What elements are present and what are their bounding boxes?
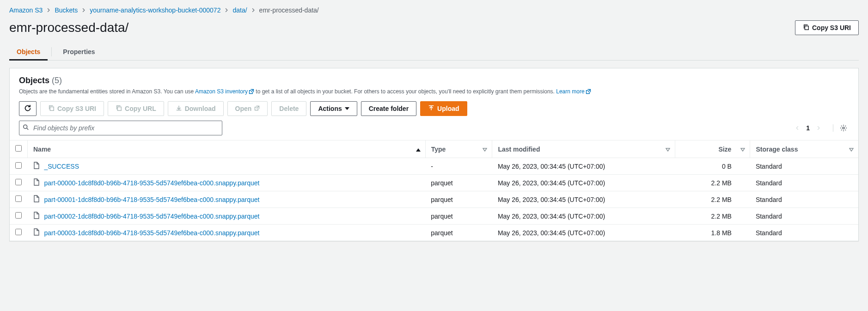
row-checkbox[interactable] [15,162,22,169]
panel-title: Objects (5) [19,76,849,85]
copy-url-button[interactable]: Copy URL [108,101,164,116]
learn-more-link[interactable]: Learn more [556,88,591,95]
caret-down-icon [345,105,349,112]
cell-modified: May 26, 2023, 00:34:45 (UTC+07:00) [492,208,675,225]
refresh-button[interactable] [19,101,37,116]
svg-point-3 [24,125,27,128]
file-icon [33,178,40,187]
cell-modified: May 26, 2023, 00:34:45 (UTC+07:00) [492,158,675,175]
copy-s3-uri-button[interactable]: Copy S3 URI [795,20,859,35]
row-checkbox[interactable] [15,229,22,235]
tab-objects[interactable]: Objects [17,43,40,60]
column-storage-class[interactable]: Storage class [756,146,798,153]
page-next-button[interactable] [816,125,821,131]
object-link[interactable]: part-00001-1dc8f8d0-b96b-4718-9535-5d574… [44,196,260,203]
open-button[interactable]: Open [227,101,268,116]
refresh-icon [24,104,31,113]
page-prev-button[interactable] [795,125,800,131]
panel-desc-text: to get a list of all objects in your buc… [254,88,556,95]
download-icon [176,105,182,112]
upload-button[interactable]: Upload [420,101,467,116]
cell-size: 2.2 MB [675,175,750,191]
breadcrumb: Amazon S3 Buckets yourname-analytics-wor… [9,0,859,18]
cell-storage: Standard [750,225,858,241]
row-checkbox[interactable] [15,195,22,202]
copy-s3-uri-label: Copy S3 URI [812,24,851,31]
file-icon [33,195,40,204]
cell-modified: May 26, 2023, 00:34:45 (UTC+07:00) [492,191,675,208]
download-label: Download [185,105,216,112]
table-row: part-00000-1dc8f8d0-b96b-4718-9535-5d574… [10,175,858,191]
table-row: part-00003-1dc8f8d0-b96b-4718-9535-5d574… [10,225,858,241]
inventory-link[interactable]: Amazon S3 inventory [195,88,254,95]
row-checkbox[interactable] [15,179,22,185]
copy-icon [803,24,809,31]
upload-label: Upload [437,105,459,112]
sort-icon [740,146,745,153]
objects-panel: Objects (5) Objects are the fundamental … [9,68,859,241]
breadcrumb-link[interactable]: Buckets [55,6,78,14]
external-link-icon [586,89,591,94]
delete-button[interactable]: Delete [271,101,306,116]
chevron-right-icon [46,8,51,12]
actions-label: Actions [318,105,342,112]
external-link-icon [254,105,260,112]
cell-size: 2.2 MB [675,191,750,208]
chevron-right-icon [251,8,256,12]
create-folder-button[interactable]: Create folder [361,101,416,116]
pagination: 1 [795,124,847,132]
file-icon [33,162,40,171]
settings-button[interactable] [833,124,847,132]
breadcrumb-current: emr-processed-data/ [259,6,319,14]
column-type[interactable]: Type [431,146,446,153]
open-label: Open [235,105,252,112]
column-size[interactable]: Size [718,146,731,153]
panel-title-text: Objects [19,76,49,85]
row-checkbox[interactable] [15,212,22,219]
table-row: part-00002-1dc8f8d0-b96b-4718-9535-5d574… [10,208,858,225]
svg-rect-0 [805,26,808,30]
panel-description: Objects are the fundamental entities sto… [19,87,849,96]
tabs: Objects Properties [9,43,859,61]
cell-type: - [425,158,492,175]
toolbar: Copy S3 URI Copy URL Download Open Delet… [19,101,849,116]
search-box [19,121,222,135]
upload-icon [428,105,434,112]
search-input[interactable] [19,121,222,135]
page-number: 1 [806,124,810,132]
cell-type: parquet [425,191,492,208]
cell-storage: Standard [750,175,858,191]
object-link[interactable]: part-00003-1dc8f8d0-b96b-4718-9535-5d574… [44,229,260,237]
chevron-right-icon [81,8,86,12]
breadcrumb-link[interactable]: data/ [232,6,247,14]
actions-dropdown[interactable]: Actions [310,101,357,116]
breadcrumb-link[interactable]: Amazon S3 [9,6,43,14]
download-button[interactable]: Download [168,101,224,116]
svg-rect-2 [117,107,121,110]
cell-modified: May 26, 2023, 00:34:45 (UTC+07:00) [492,225,675,241]
svg-rect-1 [50,107,54,110]
delete-label: Delete [279,105,299,112]
objects-table: Name Type Last modified Size Storage cla… [10,140,858,241]
breadcrumb-link[interactable]: yourname-analytics-workshop-bucket-00007… [90,6,220,14]
column-name[interactable]: Name [33,146,51,153]
file-icon [33,212,40,220]
cell-storage: Standard [750,191,858,208]
tab-properties[interactable]: Properties [63,43,95,60]
object-link[interactable]: part-00002-1dc8f8d0-b96b-4718-9535-5d574… [44,213,260,220]
chevron-right-icon [224,8,229,12]
file-icon [33,228,40,237]
object-link[interactable]: part-00000-1dc8f8d0-b96b-4718-9535-5d574… [44,179,260,187]
panel-desc-text: Objects are the fundamental entities sto… [19,88,195,95]
inventory-link-label: Amazon S3 inventory [195,88,248,95]
cell-modified: May 26, 2023, 00:34:45 (UTC+07:00) [492,175,675,191]
copy-url-label: Copy URL [125,105,156,112]
object-link[interactable]: _SUCCESS [44,163,79,170]
copy-s3-uri-label: Copy S3 URI [57,105,96,112]
cell-type: parquet [425,175,492,191]
cell-size: 1.8 MB [675,225,750,241]
select-all-checkbox[interactable] [15,145,22,152]
copy-s3-uri-button[interactable]: Copy S3 URI [40,101,104,116]
column-last-modified[interactable]: Last modified [498,146,540,153]
cell-type: parquet [425,208,492,225]
